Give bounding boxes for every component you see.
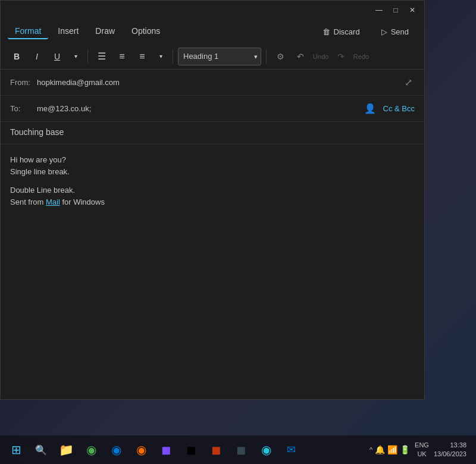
redo-icon: ↷ [337, 52, 345, 61]
undo-text: Undo [313, 53, 328, 60]
underline-button[interactable]: U [48, 48, 66, 65]
menu-items: Format Insert Draw Options [8, 24, 167, 39]
send-icon: ▷ [381, 27, 387, 36]
minimize-button[interactable]: — [372, 3, 386, 17]
slack-icon[interactable]: ◼ [180, 438, 202, 461]
taskbar-right: ^ 🔔 📶 🔋 ENG UK 13:38 13/06/2023 [369, 441, 471, 459]
settings-button[interactable]: ⚙ [271, 48, 289, 65]
redo-label-btn: Redo [352, 48, 370, 65]
mail-taskbar-icon[interactable]: ✉ [280, 438, 302, 461]
body-line3: Double Line break. [10, 184, 415, 196]
to-actions: 👤 Cc & Bcc [362, 101, 415, 117]
globe-icon[interactable]: ◉ [255, 438, 277, 461]
from-row: From: hopkimedia@gmail.com ⤢ [1, 70, 424, 96]
close-button[interactable]: ✕ [405, 3, 419, 17]
notification-icon: 🔔 [375, 445, 385, 454]
start-icon[interactable]: ⊞ [5, 438, 27, 461]
body-line2: Single line break. [10, 166, 415, 178]
send-label: Send [391, 27, 409, 36]
body-line1: Hi how are you? [10, 154, 415, 166]
discard-button[interactable]: 🗑 Discard [314, 24, 368, 39]
toolbar-separator-1 [87, 49, 88, 64]
list-format-dropdown[interactable]: ▾ [154, 48, 168, 65]
compose-window: — □ ✕ Format Insert Draw Options 🗑 Disca… [0, 0, 425, 400]
from-actions: ⤢ [402, 74, 415, 90]
compose-area: From: hopkimedia@gmail.com ⤢ To: 👤 Cc & … [1, 70, 424, 399]
body-line4-suffix: for Windows [60, 197, 105, 206]
bullet-list-button[interactable]: ☰ [93, 48, 111, 65]
mail-link[interactable]: Mail [46, 197, 60, 206]
heading-select-wrapper: Heading 1 Normal Heading 2 Heading 3 [178, 48, 261, 65]
discard-label: Discard [334, 27, 360, 36]
filezilla-icon[interactable]: ◼ [205, 438, 227, 461]
notepad-icon[interactable]: ◼ [230, 438, 252, 461]
lang-text: ENG [415, 441, 429, 450]
taskbar: ⊞ 🔍 📁 ◉ ◉ ◉ ◼ ◼ ◼ ◼ ◉ ✉ ^ 🔔 📶 🔋 ENG UK 1… [0, 435, 476, 464]
menu-options[interactable]: Options [124, 24, 167, 39]
menu-actions: 🗑 Discard ▷ Send [314, 24, 417, 39]
edge-icon[interactable]: ◉ [105, 438, 127, 461]
store-icon[interactable]: ◼ [155, 438, 177, 461]
maximize-button[interactable]: □ [389, 3, 403, 17]
expand-icon[interactable]: ⤢ [402, 74, 415, 90]
chevron-icon[interactable]: ^ [369, 446, 372, 453]
taskbar-icons: ⊞ 🔍 📁 ◉ ◉ ◉ ◼ ◼ ◼ ◼ ◉ ✉ [5, 438, 302, 461]
body-line4: Sent from Mail for Windows [10, 196, 415, 208]
time-text: 13:38 [434, 441, 466, 450]
numbered-list-button[interactable]: ≡ [113, 48, 131, 65]
italic-button[interactable]: I [28, 48, 46, 65]
body-line4-prefix: Sent from [10, 197, 46, 206]
heading-select[interactable]: Heading 1 Normal Heading 2 Heading 3 [178, 48, 261, 65]
subject-input[interactable] [10, 127, 415, 137]
undo-label-btn: Undo [312, 48, 330, 65]
search-icon[interactable]: 🔍 [30, 438, 52, 461]
toolbar-separator-3 [266, 49, 267, 64]
text-format-dropdown[interactable]: ▾ [68, 48, 83, 65]
clock: 13:38 13/06/2023 [434, 441, 466, 459]
wifi-icon: 📶 [387, 445, 397, 454]
formatting-toolbar: B I U ▾ ☰ ≡ ≡ ▾ Heading 1 Normal Heading… [1, 43, 424, 70]
menu-bar: Format Insert Draw Options 🗑 Discard ▷ S… [1, 20, 424, 43]
to-input[interactable] [37, 104, 362, 113]
send-button[interactable]: ▷ Send [373, 24, 417, 39]
title-bar: — □ ✕ [1, 1, 424, 20]
system-tray-lang: ENG UK [415, 441, 429, 459]
menu-insert[interactable]: Insert [51, 24, 86, 39]
to-label: To: [10, 104, 37, 113]
undo-button[interactable]: ↶ [292, 48, 309, 65]
firefox-icon[interactable]: ◉ [130, 438, 152, 461]
from-label: From: [10, 78, 37, 87]
settings-icon: ⚙ [277, 52, 284, 61]
battery-icon: 🔋 [400, 445, 410, 454]
menu-draw[interactable]: Draw [88, 24, 122, 39]
body-area[interactable]: Hi how are you? Single line break. Doubl… [1, 145, 424, 399]
redo-button: ↷ [332, 48, 350, 65]
region-text: UK [415, 450, 429, 459]
tray-icons: ^ 🔔 📶 🔋 [369, 445, 410, 454]
to-row: To: 👤 Cc & Bcc [1, 96, 424, 122]
from-value: hopkimedia@gmail.com [37, 78, 402, 87]
menu-format[interactable]: Format [8, 24, 48, 39]
date-text: 13/06/2023 [434, 450, 466, 459]
subject-row [1, 122, 424, 145]
bold-button[interactable]: B [8, 48, 26, 65]
redo-text: Redo [353, 53, 369, 60]
files-icon[interactable]: 📁 [55, 438, 77, 461]
contacts-icon[interactable]: 👤 [362, 101, 378, 117]
undo-icon: ↶ [297, 52, 304, 61]
align-button[interactable]: ≡ [133, 48, 151, 65]
cc-bcc-button[interactable]: Cc & Bcc [383, 104, 415, 113]
chrome-icon[interactable]: ◉ [80, 438, 102, 461]
toolbar-separator-2 [173, 49, 173, 64]
trash-icon: 🗑 [322, 27, 330, 36]
